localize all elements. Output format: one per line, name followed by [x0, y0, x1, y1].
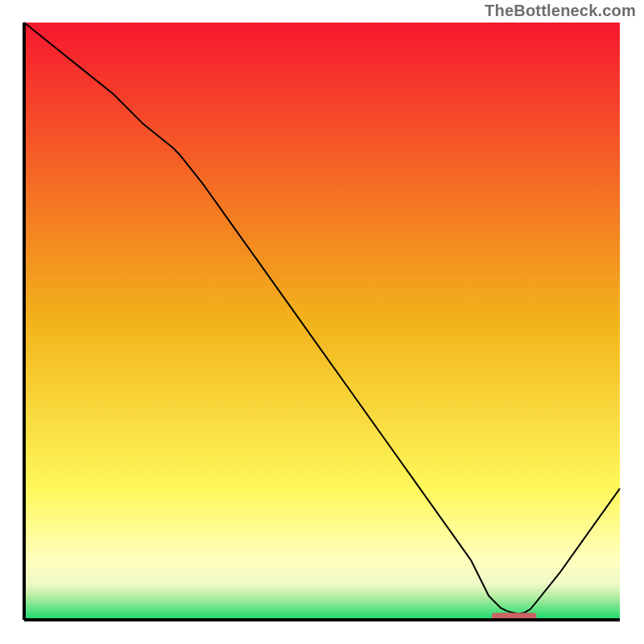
plot-background	[24, 23, 620, 620]
watermark-label: TheBottleneck.com	[485, 2, 636, 20]
bottleneck-chart	[0, 0, 644, 644]
page-root: TheBottleneck.com	[0, 0, 644, 644]
